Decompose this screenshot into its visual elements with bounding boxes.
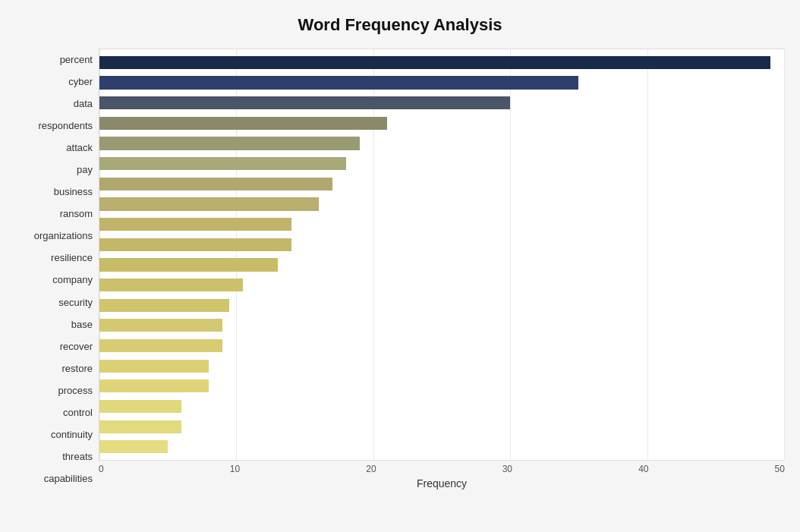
y-label-security: security <box>58 297 93 307</box>
bars-area <box>99 49 785 461</box>
x-axis-label: Frequency <box>99 474 785 490</box>
bar-organizations <box>99 218 291 231</box>
bar-control <box>99 379 209 392</box>
bar-row-continuity <box>99 396 784 417</box>
bar-row-control <box>99 376 784 397</box>
y-label-capabilities: capabilities <box>44 474 93 483</box>
y-label-pay: pay <box>77 165 93 175</box>
bar-row-threats <box>99 417 784 437</box>
bar-row-attack <box>99 134 784 154</box>
bar-threats <box>99 420 181 433</box>
bar-percent <box>99 56 770 69</box>
bar-row-percent <box>99 52 784 73</box>
bar-row-capabilities <box>99 436 784 457</box>
y-label-continuity: continuity <box>51 430 93 439</box>
bar-row-pay <box>99 153 784 174</box>
x-tick-0: 0 <box>99 464 104 474</box>
bar-row-ransom <box>99 194 784 215</box>
y-label-recover: recover <box>60 342 93 351</box>
x-tick-20: 20 <box>366 464 376 474</box>
bar-row-restore <box>99 335 784 356</box>
bar-row-cyber <box>99 73 784 93</box>
y-label-company: company <box>52 275 93 285</box>
bar-continuity <box>99 400 181 413</box>
x-tick-50: 50 <box>775 464 785 474</box>
bar-attack <box>99 137 360 150</box>
y-label-base: base <box>71 320 93 329</box>
bar-row-process <box>99 356 784 376</box>
y-label-resilience: resilience <box>51 253 93 263</box>
grid-line-50 <box>784 49 785 460</box>
bar-recover <box>99 319 222 332</box>
bar-company <box>99 258 278 271</box>
bar-row-company <box>99 255 784 275</box>
chart-title: Word Frequency Analysis <box>15 8 785 49</box>
bar-security <box>99 279 243 291</box>
y-axis-labels: percentcyberdatarespondentsattackpaybusi… <box>15 49 99 490</box>
bar-row-business <box>99 174 784 194</box>
bar-data <box>99 96 510 109</box>
bar-respondents <box>99 117 387 130</box>
bar-row-recover <box>99 316 784 336</box>
bars-and-x: 01020304050 Frequency <box>99 49 785 490</box>
bar-process <box>99 360 209 373</box>
y-label-business: business <box>54 187 93 197</box>
bar-capabilities <box>99 440 168 453</box>
y-label-control: control <box>63 408 93 417</box>
y-label-organizations: organizations <box>34 231 93 241</box>
bar-row-security <box>99 275 784 295</box>
y-label-cyber: cyber <box>68 77 93 87</box>
x-tick-40: 40 <box>638 464 648 474</box>
y-label-respondents: respondents <box>38 121 93 131</box>
bar-restore <box>99 339 222 352</box>
x-tick-10: 10 <box>230 464 240 474</box>
chart-container: Word Frequency Analysis percentcyberdata… <box>0 0 800 532</box>
bar-ransom <box>99 197 319 210</box>
bar-resilience <box>99 238 291 251</box>
y-label-restore: restore <box>62 364 93 373</box>
chart-area: percentcyberdatarespondentsattackpaybusi… <box>15 49 785 490</box>
bar-pay <box>99 157 346 170</box>
y-label-percent: percent <box>60 55 93 65</box>
bar-row-resilience <box>99 235 784 255</box>
bar-row-data <box>99 93 784 113</box>
bar-row-base <box>99 295 784 316</box>
bars-wrapper <box>99 49 784 460</box>
y-label-threats: threats <box>62 452 93 461</box>
bar-business <box>99 178 332 190</box>
y-label-data: data <box>74 99 93 109</box>
bar-row-respondents <box>99 113 784 134</box>
bar-cyber <box>99 76 578 89</box>
bar-row-organizations <box>99 214 784 235</box>
x-tick-30: 30 <box>502 464 512 474</box>
x-axis: 01020304050 <box>99 461 785 474</box>
y-label-ransom: ransom <box>60 209 93 219</box>
y-label-attack: attack <box>66 143 93 153</box>
y-label-process: process <box>58 386 93 395</box>
bar-base <box>99 299 229 312</box>
